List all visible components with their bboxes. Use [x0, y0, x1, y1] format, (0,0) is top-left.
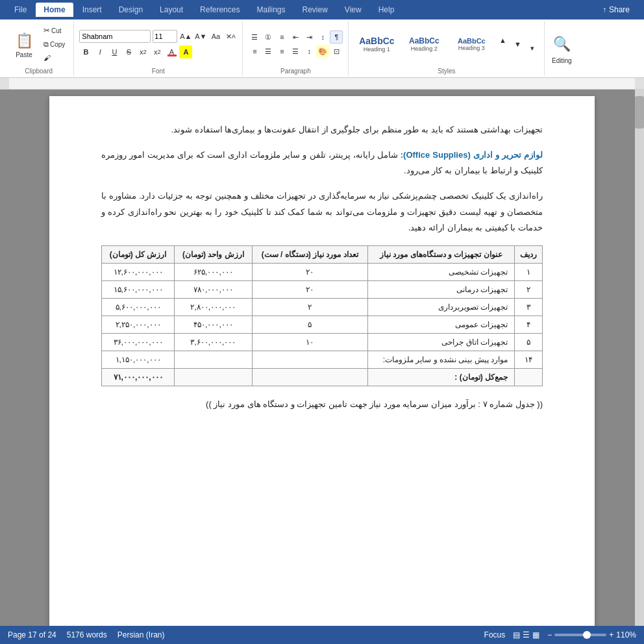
tab-insert[interactable]: Insert [75, 3, 110, 17]
bold-button[interactable]: B [79, 45, 92, 58]
heading3-style[interactable]: AaBbCc Heading 3 [449, 35, 494, 53]
table-cell [252, 351, 367, 369]
increase-font-button[interactable]: A▲ [179, 30, 192, 43]
tab-file[interactable]: File [6, 3, 34, 17]
tab-review[interactable]: Review [294, 3, 335, 17]
styles-scroll-down[interactable]: ▼ [511, 38, 524, 51]
show-marks-button[interactable]: ¶ [330, 31, 343, 43]
table-cell [175, 351, 253, 369]
tab-view[interactable]: View [337, 3, 369, 17]
subscript-button[interactable]: x2 [136, 45, 149, 58]
table-cell: ۲,۸۰۰,۰۰۰,۰۰۰ [175, 299, 253, 316]
shading-button[interactable]: 🎨 [316, 45, 329, 58]
table-cell: ۴۵۰,۰۰۰,۰۰۰ [175, 316, 253, 334]
numbering-button[interactable]: ① [262, 31, 275, 43]
editing-label: Editing [552, 57, 572, 64]
col-header-qty: تعداد مورد نیاز (دستگاه / ست) [252, 246, 367, 264]
styles-group: AaBbCc Heading 1 AaBbCc Heading 2 AaBbCc… [349, 21, 545, 76]
sort-button[interactable]: ↕ [316, 31, 329, 43]
table-cell: ۵ [252, 316, 367, 334]
zoom-out-button[interactable]: − [547, 630, 552, 639]
format-painter-button[interactable]: 🖌 [40, 51, 68, 64]
share-icon: ↑ [602, 5, 606, 14]
strikethrough-button[interactable]: S [122, 45, 135, 58]
cut-button[interactable]: ✂ Cut [40, 24, 68, 37]
font-family-input[interactable] [79, 30, 151, 43]
clipboard-group: 📋 Paste ✂ Cut ⧉ Copy 🖌 Clipboard [4, 21, 74, 76]
zoom-level: 110% [616, 630, 636, 639]
heading2-style[interactable]: AaBbCc Heading 2 [401, 34, 447, 54]
status-bar: Page 17 of 24 5176 words Persian (Iran) … [0, 626, 644, 644]
table-cell: ۱۰ [252, 334, 367, 351]
heading1-preview: AaBbCc [359, 36, 394, 46]
change-case-button[interactable]: Aa [209, 30, 222, 43]
table-cell: جمع‌کل (تومان) : [367, 369, 514, 386]
align-right-button[interactable]: ≡ [275, 45, 288, 58]
table-cell: تجهیزات تشخیصی [367, 264, 514, 281]
tab-help[interactable]: Help [371, 3, 402, 17]
bullets-button[interactable]: ☰ [248, 31, 261, 43]
language-info: Persian (Iran) [118, 630, 165, 639]
table-cell: ۴ [515, 316, 543, 334]
italic-button[interactable]: I [93, 45, 106, 58]
heading3-preview: AaBbCc [458, 37, 486, 45]
col-header-num: ردیف [515, 246, 543, 264]
tab-mailings[interactable]: Mailings [249, 3, 293, 17]
superscript-button[interactable]: x2 [151, 45, 164, 58]
view-icon-web[interactable]: ☰ [523, 630, 530, 639]
document-area: تجهیزات بهداشتی هستند که باید به طور منظ… [0, 90, 644, 638]
clear-format-button[interactable]: ✕A [224, 30, 237, 43]
tab-design[interactable]: Design [111, 3, 151, 17]
ruler [0, 78, 644, 90]
borders-button[interactable]: ⊡ [330, 45, 343, 58]
justify-button[interactable]: ☰ [289, 45, 302, 58]
font-size-input[interactable] [153, 30, 177, 43]
share-button[interactable]: ↑ Share [595, 3, 638, 17]
multilevel-list-button[interactable]: ≡ [275, 31, 288, 43]
paste-button[interactable]: 📋 Paste [9, 29, 39, 60]
table-cell [175, 369, 253, 386]
table-cell: تجهیزات تصویربرداری [367, 299, 514, 316]
search-button[interactable]: 🔍 [550, 32, 573, 56]
table-cell: ۱ [515, 264, 543, 281]
view-icon-print[interactable]: ▤ [513, 630, 520, 639]
line-spacing-button[interactable]: ↕ [303, 45, 316, 58]
table-cell: ۲ [252, 299, 367, 316]
editing-group: 🔍 Editing [545, 21, 578, 76]
copy-icon: ⧉ [43, 40, 49, 49]
zoom-in-button[interactable]: + [609, 630, 613, 639]
underline-button[interactable]: U [108, 45, 121, 58]
table-cell [515, 369, 543, 386]
heading1-style[interactable]: AaBbCc Heading 1 [354, 34, 399, 55]
styles-expand[interactable]: ▾ [526, 42, 539, 55]
zoom-slider[interactable] [554, 634, 606, 636]
heading1-label: Heading 1 [364, 46, 390, 53]
align-left-button[interactable]: ≡ [248, 45, 261, 58]
copy-button[interactable]: ⧉ Copy [40, 38, 68, 51]
col-header-title: عنوان تجهیزات و دستگاه‌های مورد نیاز [367, 246, 514, 264]
styles-scroll-up[interactable]: ▲ [496, 34, 509, 47]
table-cell: موارد پیش بینی نشده و سایر ملزومات: [367, 351, 514, 369]
tab-home[interactable]: Home [36, 3, 73, 17]
decrease-font-button[interactable]: A▼ [194, 30, 207, 43]
table-cell: ۳,۶۰۰,۰۰۰,۰۰۰ [175, 334, 253, 351]
table-cell: ۲,۲۵۰,۰۰۰,۰۰۰ [102, 316, 175, 334]
highlight-color-button[interactable]: A [179, 45, 192, 58]
table-cell: ۱۵,۶۰۰,۰۰۰,۰۰۰ [102, 281, 175, 299]
focus-label[interactable]: Focus [484, 630, 506, 639]
format-painter-icon: 🖌 [43, 54, 51, 62]
table-cell: ۵,۶۰۰,۰۰۰,۰۰۰ [102, 299, 175, 316]
view-icon-read[interactable]: ▦ [532, 630, 539, 639]
col-header-total: ارزش کل (تومان) [102, 246, 175, 264]
table-cell: ۱۲,۶۰۰,۰۰۰,۰۰۰ [102, 264, 175, 281]
tab-references[interactable]: References [192, 3, 247, 17]
increase-indent-button[interactable]: ⇥ [303, 31, 316, 43]
heading3-label: Heading 3 [458, 45, 485, 51]
tab-layout[interactable]: Layout [152, 3, 191, 17]
table-cell: ۷۸۰,۰۰۰,۰۰۰ [175, 281, 253, 299]
align-center-button[interactable]: ☰ [262, 45, 275, 58]
table-cell [252, 369, 367, 386]
paragraph-group: ☰ ① ≡ ⇤ ⇥ ↕ ¶ ≡ ☰ ≡ ☰ ↕ 🎨 ⊡ [243, 21, 349, 76]
text-color-button[interactable]: A [165, 45, 178, 58]
decrease-indent-button[interactable]: ⇤ [289, 31, 302, 43]
